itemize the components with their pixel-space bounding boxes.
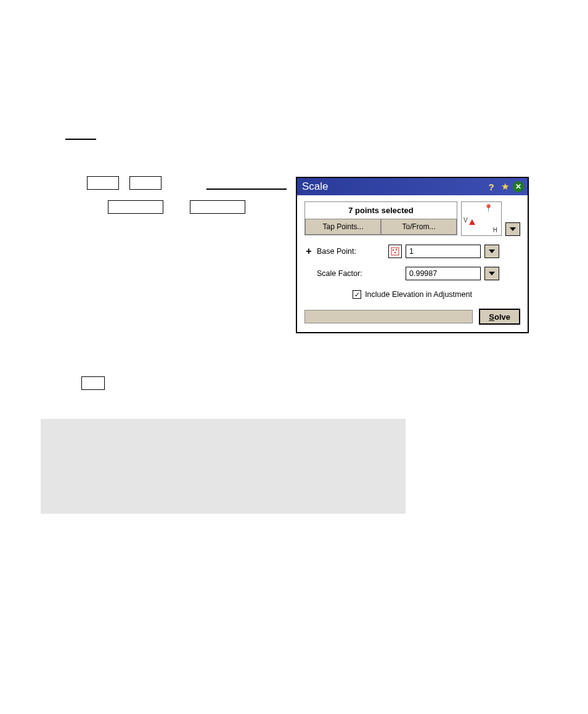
scale-factor-row: Scale Factor: [304, 267, 520, 280]
include-elevation-checkbox[interactable]: ✓ [353, 290, 361, 299]
bottom-row: Solve [304, 309, 520, 325]
decoration-grey-panel [41, 419, 406, 514]
pushpin-icon: 📍 [484, 204, 493, 213]
dialog-content: 7 points selected Tap Points... To/From.… [297, 195, 528, 332]
elevation-checkbox-row: ✓ Include Elevation in Adjustment [304, 290, 520, 299]
scale-factor-dropdown[interactable] [484, 267, 499, 280]
map-preview[interactable]: 📍 V H [461, 201, 502, 236]
base-point-label: Base Point: [317, 247, 385, 256]
selection-count-label: 7 points selected [305, 202, 457, 219]
scale-factor-label: Scale Factor: [317, 269, 385, 278]
decoration-underline [65, 139, 96, 140]
scale-dialog: Scale ? ★ ✕ 7 points selected Tap Points… [296, 177, 529, 333]
close-icon[interactable]: ✕ [513, 181, 524, 192]
tap-points-button[interactable]: Tap Points... [305, 219, 381, 235]
solve-button[interactable]: Solve [479, 309, 520, 325]
axis-v-label: V [463, 217, 468, 224]
selection-panel: 7 points selected Tap Points... To/From.… [304, 201, 457, 235]
base-point-dropdown[interactable] [484, 245, 499, 258]
decoration-underline [206, 189, 287, 190]
titlebar: Scale ? ★ ✕ [297, 178, 528, 195]
decoration-box [108, 200, 163, 214]
solve-rest: olve [494, 312, 510, 322]
selection-row: 7 points selected Tap Points... To/From.… [304, 201, 520, 236]
svg-point-2 [396, 249, 397, 250]
scale-factor-input[interactable] [406, 267, 481, 280]
solve-mnemonic: S [489, 312, 494, 322]
include-elevation-label: Include Elevation in Adjustment [365, 290, 472, 299]
svg-point-1 [393, 249, 394, 251]
axis-h-label: H [493, 227, 497, 233]
marker-triangle-icon [469, 219, 475, 225]
dialog-title: Scale [302, 181, 486, 193]
from-map-icon[interactable] [388, 245, 402, 258]
crosshair-icon: + [304, 246, 313, 257]
svg-rect-0 [391, 248, 399, 255]
decoration-box [81, 376, 105, 390]
decoration-box [190, 200, 245, 214]
preview-dropdown[interactable] [505, 222, 520, 236]
to-from-button[interactable]: To/From... [381, 219, 457, 235]
svg-point-3 [394, 252, 396, 253]
base-point-row: + Base Point: [304, 245, 520, 258]
decoration-box [87, 176, 119, 190]
favorite-icon[interactable]: ★ [499, 181, 510, 192]
decoration-box [129, 176, 161, 190]
help-icon[interactable]: ? [486, 181, 497, 192]
progress-bar [304, 310, 473, 323]
base-point-input[interactable] [406, 245, 481, 258]
